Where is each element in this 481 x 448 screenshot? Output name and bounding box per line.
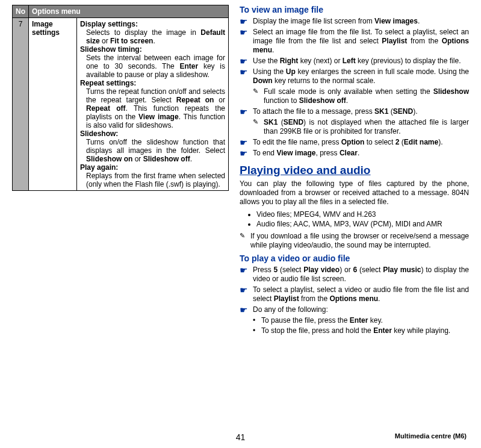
dot-icon: • (253, 316, 261, 325)
desc-block-1: Slideshow timing:Sets the interval betwe… (80, 45, 225, 79)
bullet-audio: Audio files; AAC, WMA, MP3, WAV (PCM), M… (256, 220, 469, 228)
options-menu-table: No Options menu 7 Image settings Display… (12, 5, 229, 191)
playing-intro: You can play the following type of files… (240, 179, 469, 207)
note-icon: ✎ (240, 232, 250, 240)
desc-block-0: Display settings:Selects to display the … (80, 20, 225, 45)
view-image-list: ☛Display the image file list screen from… (240, 17, 469, 158)
note-icon: ✎ (253, 87, 264, 95)
pointer-icon: ☛ (240, 17, 253, 26)
bullet-video: Video files; MPEG4, WMV and H.263 (256, 210, 469, 219)
view-image-title: To view an image file (240, 5, 469, 14)
row-label: Image settings (29, 18, 77, 191)
page-footer: 41 Multimedia centre (M6) (0, 432, 481, 442)
desc-block-4: Play again:Replays from the first frame … (80, 163, 225, 188)
playing-bullets: Video files; MPEG4, WMV and H.263 Audio … (256, 210, 469, 228)
playing-note: If you download a file using the browser… (250, 232, 469, 250)
play-file-list: ☛Press 5 (select Play video) or 6 (selec… (240, 266, 469, 335)
pointer-icon: ☛ (240, 57, 253, 66)
desc-block-3: Slideshow:Turns on/off the slideshow fun… (80, 129, 225, 163)
row-description: Display settings:Selects to display the … (77, 18, 229, 191)
pointer-icon: ☛ (240, 28, 253, 37)
playing-heading: Playing video and audio (240, 164, 469, 177)
pointer-icon: ☛ (240, 266, 253, 275)
chapter-label: Multimedia centre (M6) (395, 432, 467, 440)
desc-block-2: Repeat settings:Turns the repeat functio… (80, 79, 225, 129)
pointer-icon: ☛ (240, 305, 253, 314)
dot-icon: • (253, 326, 261, 335)
row-number: 7 (13, 18, 29, 191)
play-file-title: To play a video or audio file (240, 254, 469, 263)
note-icon: ✎ (253, 118, 264, 126)
pointer-icon: ☛ (240, 149, 253, 158)
pointer-icon: ☛ (240, 285, 253, 294)
pointer-icon: ☛ (240, 138, 253, 147)
col-header-menu: Options menu (29, 5, 229, 18)
page-number: 41 (236, 432, 246, 442)
col-header-no: No (13, 5, 29, 18)
pointer-icon: ☛ (240, 107, 253, 116)
pointer-icon: ☛ (240, 67, 253, 76)
